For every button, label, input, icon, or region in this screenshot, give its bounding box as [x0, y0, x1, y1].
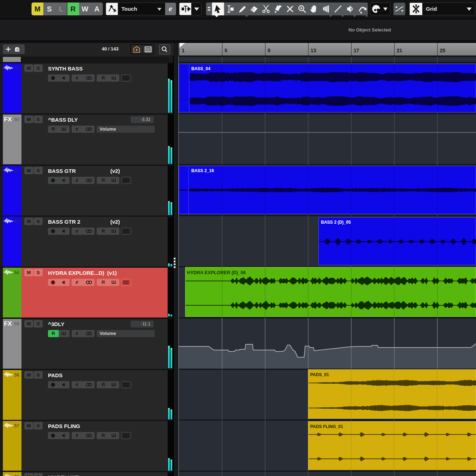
- svg-text:5: 5: [225, 48, 227, 53]
- svg-text:21: 21: [397, 48, 403, 53]
- svg-text:13: 13: [311, 48, 316, 53]
- svg-text:1: 1: [182, 48, 185, 53]
- svg-text:25: 25: [440, 48, 446, 53]
- svg-text:9: 9: [268, 48, 270, 53]
- svg-text:17: 17: [354, 48, 359, 53]
